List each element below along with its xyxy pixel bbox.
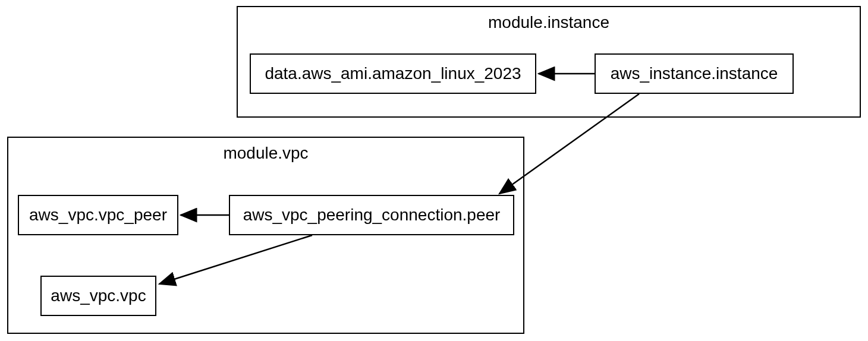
resource-vpc-peer-label: aws_vpc.vpc_peer [29,206,167,225]
resource-vpc-label: aws_vpc.vpc [51,286,146,305]
resource-instance: aws_instance.instance [595,53,794,94]
resource-peering: aws_vpc_peering_connection.peer [229,195,514,235]
module-instance-title: module.instance [238,7,860,41]
resource-ami-label: data.aws_ami.amazon_linux_2023 [265,64,521,83]
resource-instance-label: aws_instance.instance [611,64,778,83]
resource-vpc: aws_vpc.vpc [40,276,156,316]
resource-ami: data.aws_ami.amazon_linux_2023 [250,53,536,94]
module-vpc-title: module.vpc [8,138,523,172]
resource-peering-label: aws_vpc_peering_connection.peer [243,206,501,225]
resource-vpc-peer: aws_vpc.vpc_peer [18,195,178,235]
